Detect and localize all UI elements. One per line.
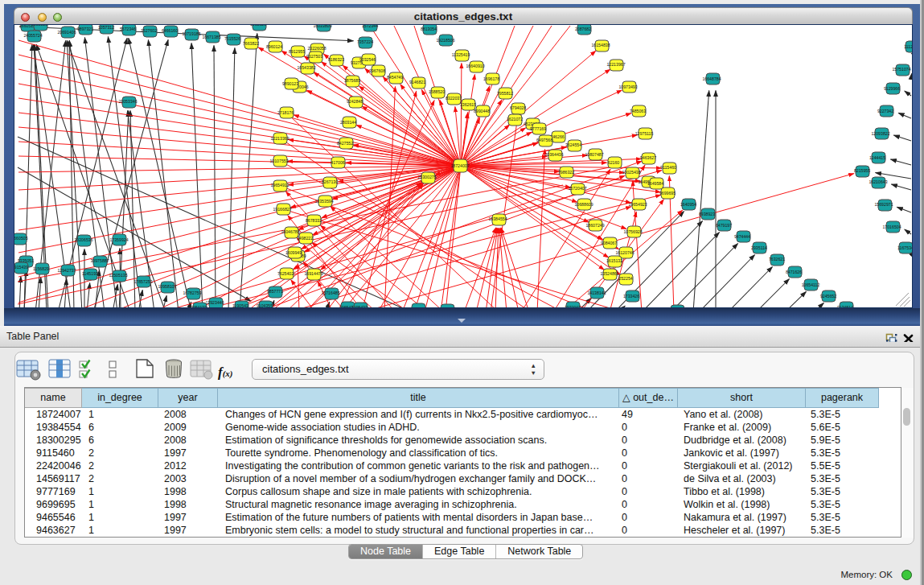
svg-text:7625402: 7625402 xyxy=(277,271,294,276)
svg-text:19384554: 19384554 xyxy=(488,216,507,221)
svg-text:7663822: 7663822 xyxy=(243,41,259,46)
svg-text:10654112: 10654112 xyxy=(802,282,820,287)
svg-text:f(x): f(x) xyxy=(218,365,233,380)
svg-text:16914479: 16914479 xyxy=(304,271,322,276)
svg-text:23226058: 23226058 xyxy=(307,46,326,51)
svg-text:8215955: 8215955 xyxy=(854,168,870,173)
svg-text:19654912: 19654912 xyxy=(270,183,289,187)
svg-text:1640954: 1640954 xyxy=(680,202,696,207)
svg-text:5572346: 5572346 xyxy=(120,27,136,31)
svg-text:12975115: 12975115 xyxy=(635,131,654,136)
svg-text:8322037: 8322037 xyxy=(446,96,462,101)
svg-text:6497568: 6497568 xyxy=(536,138,552,142)
svg-text:19166827: 19166827 xyxy=(273,207,291,212)
svg-text:9777169: 9777169 xyxy=(530,126,546,131)
svg-text:9104355: 9104355 xyxy=(257,303,273,307)
svg-text:1057312: 1057312 xyxy=(98,25,114,30)
svg-text:6479197: 6479197 xyxy=(716,223,732,228)
svg-text:1362615: 1362615 xyxy=(460,102,476,107)
svg-text:10107553: 10107553 xyxy=(269,159,288,163)
svg-text:1295433: 1295433 xyxy=(351,305,368,307)
svg-text:8471626: 8471626 xyxy=(786,270,802,274)
svg-text:16543382: 16543382 xyxy=(297,65,315,70)
svg-text:8813054: 8813054 xyxy=(421,27,437,31)
svg-text:1615132: 1615132 xyxy=(606,258,622,263)
svg-text:9890123: 9890123 xyxy=(282,81,298,86)
svg-text:15692971: 15692971 xyxy=(874,202,893,207)
svg-text:2935114: 2935114 xyxy=(751,245,767,250)
svg-text:1832904: 1832904 xyxy=(438,307,454,307)
svg-text:20691406: 20691406 xyxy=(57,30,76,35)
svg-text:9115460: 9115460 xyxy=(660,165,676,170)
svg-text:10973493: 10973493 xyxy=(618,84,637,89)
svg-text:9084067: 9084067 xyxy=(601,241,617,245)
svg-text:10958107: 10958107 xyxy=(158,284,176,289)
svg-text:3875685: 3875685 xyxy=(344,78,360,83)
svg-text:1112090: 1112090 xyxy=(904,44,912,49)
svg-text:19218506: 19218506 xyxy=(436,38,454,43)
svg-text:10807487: 10807487 xyxy=(585,152,603,157)
svg-text:13524861: 13524861 xyxy=(600,271,618,276)
svg-text:20364436: 20364436 xyxy=(544,152,563,157)
svg-text:1696178: 1696178 xyxy=(483,76,499,81)
svg-text:9134514: 9134514 xyxy=(837,305,853,307)
svg-text:1167534: 1167534 xyxy=(897,245,912,250)
svg-text:16046788: 16046788 xyxy=(281,229,299,234)
svg-text:9146821: 9146821 xyxy=(409,80,425,84)
svg-text:7357224: 7357224 xyxy=(357,39,373,44)
svg-text:12213369: 12213369 xyxy=(270,136,289,141)
svg-text:12942737: 12942737 xyxy=(57,268,76,273)
svg-text:1649584: 1649584 xyxy=(647,181,663,186)
svg-text:1733426: 1733426 xyxy=(623,294,639,299)
svg-text:18607249: 18607249 xyxy=(585,223,604,228)
svg-text:9054133: 9054133 xyxy=(191,305,207,307)
svg-text:9897321: 9897321 xyxy=(77,27,93,31)
svg-text:9327503: 9327503 xyxy=(306,54,322,59)
svg-text:1588520: 1588520 xyxy=(429,89,445,94)
svg-text:8186323: 8186323 xyxy=(328,57,344,62)
svg-text:2718176: 2718176 xyxy=(277,110,294,115)
svg-text:7632621: 7632621 xyxy=(769,257,785,262)
svg-text:1527602: 1527602 xyxy=(141,28,157,33)
svg-text:9245652: 9245652 xyxy=(820,294,836,299)
svg-text:11325419: 11325419 xyxy=(452,52,470,57)
svg-text:17857253: 17857253 xyxy=(133,279,152,284)
svg-text:6466160: 6466160 xyxy=(162,28,178,33)
svg-text:16120746: 16120746 xyxy=(615,250,634,255)
svg-text:15716485: 15716485 xyxy=(321,290,339,295)
svg-text:25300275: 25300275 xyxy=(417,175,436,179)
svg-text:12093822: 12093822 xyxy=(871,131,889,136)
svg-text:2967608: 2967608 xyxy=(369,68,385,73)
svg-text:1609949: 1609949 xyxy=(285,250,302,255)
svg-text:16782759: 16782759 xyxy=(183,290,201,295)
svg-text:8990448: 8990448 xyxy=(474,109,490,113)
svg-text:15720407: 15720407 xyxy=(568,186,586,191)
svg-text:1190543: 1190543 xyxy=(232,303,248,307)
svg-text:9242848: 9242848 xyxy=(347,99,363,104)
svg-text:3624554: 3624554 xyxy=(565,142,581,147)
svg-text:9857771: 9857771 xyxy=(267,289,283,294)
svg-text:8912955: 8912955 xyxy=(289,49,305,54)
svg-text:10688609: 10688609 xyxy=(574,202,593,207)
svg-text:8678332: 8678332 xyxy=(306,218,322,223)
svg-text:9129966: 9129966 xyxy=(884,86,900,91)
svg-text:16154838: 16154838 xyxy=(591,43,610,47)
svg-text:7955812: 7955812 xyxy=(497,91,513,96)
svg-text:3915439: 3915439 xyxy=(14,265,28,270)
svg-text:252254: 252254 xyxy=(618,276,632,281)
svg-text:16671385: 16671385 xyxy=(202,35,220,39)
svg-text:17016504: 17016504 xyxy=(882,225,901,229)
svg-text:9227342: 9227342 xyxy=(877,109,893,113)
svg-text:8267130: 8267130 xyxy=(322,179,338,184)
svg-text:14138141: 14138141 xyxy=(587,290,606,295)
svg-text:1156829: 1156829 xyxy=(33,266,49,271)
svg-text:2305513: 2305513 xyxy=(31,25,47,27)
svg-text:6794028: 6794028 xyxy=(510,105,526,110)
svg-text:10719185: 10719185 xyxy=(182,31,200,36)
svg-text:8454749: 8454749 xyxy=(387,75,403,80)
svg-text:2087682: 2087682 xyxy=(575,27,591,31)
svg-text:7485063: 7485063 xyxy=(630,109,646,113)
svg-text:25660505: 25660505 xyxy=(14,236,28,241)
svg-text:20053346: 20053346 xyxy=(118,99,137,104)
svg-text:30975887: 30975887 xyxy=(90,258,109,263)
